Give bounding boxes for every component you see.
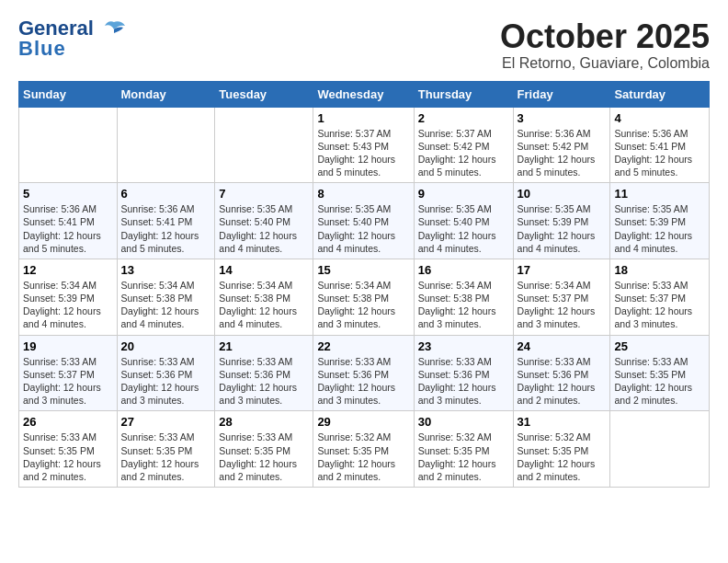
day-number: 20 — [121, 339, 211, 353]
day-number: 21 — [219, 339, 309, 353]
day-number: 27 — [121, 415, 211, 429]
table-row — [117, 107, 215, 183]
day-number: 13 — [121, 263, 211, 277]
table-row — [610, 411, 710, 488]
calendar-week-row: 26Sunrise: 5:33 AM Sunset: 5:35 PM Dayli… — [19, 411, 710, 488]
day-number: 15 — [317, 263, 409, 277]
table-row: 3Sunrise: 5:36 AM Sunset: 5:42 PM Daylig… — [513, 107, 610, 183]
day-info: Sunrise: 5:33 AM Sunset: 5:37 PM Dayligh… — [614, 279, 705, 331]
day-number: 10 — [518, 187, 607, 201]
calendar-week-row: 1Sunrise: 5:37 AM Sunset: 5:43 PM Daylig… — [19, 107, 710, 183]
day-info: Sunrise: 5:33 AM Sunset: 5:35 PM Dayligh… — [23, 431, 113, 483]
header-sunday: Sunday — [19, 81, 118, 107]
table-row: 22Sunrise: 5:33 AM Sunset: 5:36 PM Dayli… — [313, 335, 414, 411]
day-info: Sunrise: 5:35 AM Sunset: 5:40 PM Dayligh… — [219, 202, 309, 255]
day-number: 31 — [518, 415, 607, 429]
table-row: 8Sunrise: 5:35 AM Sunset: 5:40 PM Daylig… — [313, 183, 414, 259]
table-row: 6Sunrise: 5:36 AM Sunset: 5:41 PM Daylig… — [117, 183, 215, 259]
header-tuesday: Tuesday — [215, 81, 313, 107]
table-row: 30Sunrise: 5:32 AM Sunset: 5:35 PM Dayli… — [414, 411, 513, 488]
table-row: 9Sunrise: 5:35 AM Sunset: 5:40 PM Daylig… — [414, 183, 513, 259]
day-info: Sunrise: 5:32 AM Sunset: 5:35 PM Dayligh… — [518, 431, 607, 483]
table-row — [19, 107, 118, 183]
day-number: 6 — [121, 187, 211, 201]
day-info: Sunrise: 5:32 AM Sunset: 5:35 PM Dayligh… — [418, 431, 509, 483]
day-number: 18 — [614, 263, 705, 277]
header-wednesday: Wednesday — [313, 81, 414, 107]
day-info: Sunrise: 5:35 AM Sunset: 5:40 PM Dayligh… — [418, 202, 509, 255]
table-row: 24Sunrise: 5:33 AM Sunset: 5:36 PM Dayli… — [513, 335, 610, 411]
day-info: Sunrise: 5:33 AM Sunset: 5:37 PM Dayligh… — [23, 355, 113, 408]
table-row: 31Sunrise: 5:32 AM Sunset: 5:35 PM Dayli… — [513, 411, 610, 488]
header-thursday: Thursday — [414, 81, 513, 107]
day-info: Sunrise: 5:34 AM Sunset: 5:38 PM Dayligh… — [317, 279, 409, 331]
day-number: 22 — [317, 339, 409, 353]
table-row: 14Sunrise: 5:34 AM Sunset: 5:38 PM Dayli… — [215, 259, 313, 335]
table-row: 27Sunrise: 5:33 AM Sunset: 5:35 PM Dayli… — [117, 411, 215, 488]
day-number: 14 — [219, 263, 309, 277]
day-number: 25 — [614, 339, 705, 353]
day-number: 16 — [418, 263, 509, 277]
header-friday: Friday — [513, 81, 610, 107]
day-info: Sunrise: 5:33 AM Sunset: 5:35 PM Dayligh… — [121, 431, 211, 483]
day-info: Sunrise: 5:34 AM Sunset: 5:39 PM Dayligh… — [23, 279, 113, 331]
day-info: Sunrise: 5:34 AM Sunset: 5:38 PM Dayligh… — [219, 279, 309, 331]
table-row — [215, 107, 313, 183]
table-row: 10Sunrise: 5:35 AM Sunset: 5:39 PM Dayli… — [513, 183, 610, 259]
day-info: Sunrise: 5:35 AM Sunset: 5:39 PM Dayligh… — [614, 202, 705, 255]
title-block: October 2025 El Retorno, Guaviare, Colom… — [500, 18, 710, 72]
day-number: 2 — [418, 111, 509, 125]
table-row: 26Sunrise: 5:33 AM Sunset: 5:35 PM Dayli… — [19, 411, 118, 488]
table-row: 25Sunrise: 5:33 AM Sunset: 5:35 PM Dayli… — [610, 335, 710, 411]
table-row: 29Sunrise: 5:32 AM Sunset: 5:35 PM Dayli… — [313, 411, 414, 488]
table-row: 18Sunrise: 5:33 AM Sunset: 5:37 PM Dayli… — [610, 259, 710, 335]
calendar-title: October 2025 — [500, 18, 710, 55]
day-number: 11 — [614, 187, 705, 201]
day-number: 23 — [418, 339, 509, 353]
calendar-week-row: 19Sunrise: 5:33 AM Sunset: 5:37 PM Dayli… — [19, 335, 710, 411]
day-number: 19 — [23, 339, 113, 353]
day-info: Sunrise: 5:33 AM Sunset: 5:36 PM Dayligh… — [121, 355, 211, 408]
day-info: Sunrise: 5:34 AM Sunset: 5:38 PM Dayligh… — [121, 279, 211, 331]
table-row: 20Sunrise: 5:33 AM Sunset: 5:36 PM Dayli… — [117, 335, 215, 411]
logo-bird-icon — [101, 20, 127, 39]
logo-text: General — [18, 18, 127, 39]
day-info: Sunrise: 5:36 AM Sunset: 5:41 PM Dayligh… — [614, 127, 705, 179]
calendar-header-row: Sunday Monday Tuesday Wednesday Thursday… — [19, 81, 710, 107]
calendar-subtitle: El Retorno, Guaviare, Colombia — [500, 55, 710, 72]
day-info: Sunrise: 5:33 AM Sunset: 5:35 PM Dayligh… — [614, 355, 705, 408]
day-info: Sunrise: 5:36 AM Sunset: 5:41 PM Dayligh… — [121, 202, 211, 255]
logo-blue-text: Blue — [18, 37, 66, 60]
day-info: Sunrise: 5:33 AM Sunset: 5:36 PM Dayligh… — [418, 355, 509, 408]
day-info: Sunrise: 5:37 AM Sunset: 5:43 PM Dayligh… — [317, 127, 409, 179]
day-info: Sunrise: 5:33 AM Sunset: 5:36 PM Dayligh… — [317, 355, 409, 408]
page-header: General Blue October 2025 El Retorno, Gu… — [18, 18, 710, 72]
day-number: 7 — [219, 187, 309, 201]
day-info: Sunrise: 5:36 AM Sunset: 5:42 PM Dayligh… — [518, 127, 607, 179]
day-number: 4 — [614, 111, 705, 125]
day-number: 28 — [219, 415, 309, 429]
day-number: 29 — [317, 415, 409, 429]
day-info: Sunrise: 5:35 AM Sunset: 5:40 PM Dayligh… — [317, 202, 409, 255]
header-saturday: Saturday — [610, 81, 710, 107]
day-number: 26 — [23, 415, 113, 429]
table-row: 28Sunrise: 5:33 AM Sunset: 5:35 PM Dayli… — [215, 411, 313, 488]
day-number: 3 — [518, 111, 607, 125]
day-number: 5 — [23, 187, 113, 201]
table-row: 19Sunrise: 5:33 AM Sunset: 5:37 PM Dayli… — [19, 335, 118, 411]
day-info: Sunrise: 5:36 AM Sunset: 5:41 PM Dayligh… — [23, 202, 113, 255]
table-row: 13Sunrise: 5:34 AM Sunset: 5:38 PM Dayli… — [117, 259, 215, 335]
table-row: 11Sunrise: 5:35 AM Sunset: 5:39 PM Dayli… — [610, 183, 710, 259]
day-number: 30 — [418, 415, 509, 429]
day-number: 24 — [518, 339, 607, 353]
day-info: Sunrise: 5:34 AM Sunset: 5:37 PM Dayligh… — [518, 279, 607, 331]
table-row: 5Sunrise: 5:36 AM Sunset: 5:41 PM Daylig… — [19, 183, 118, 259]
table-row: 7Sunrise: 5:35 AM Sunset: 5:40 PM Daylig… — [215, 183, 313, 259]
day-number: 9 — [418, 187, 509, 201]
day-number: 12 — [23, 263, 113, 277]
table-row: 21Sunrise: 5:33 AM Sunset: 5:36 PM Dayli… — [215, 335, 313, 411]
logo: General Blue — [18, 18, 127, 61]
calendar-week-row: 5Sunrise: 5:36 AM Sunset: 5:41 PM Daylig… — [19, 183, 710, 259]
day-info: Sunrise: 5:35 AM Sunset: 5:39 PM Dayligh… — [518, 202, 607, 255]
table-row: 2Sunrise: 5:37 AM Sunset: 5:42 PM Daylig… — [414, 107, 513, 183]
